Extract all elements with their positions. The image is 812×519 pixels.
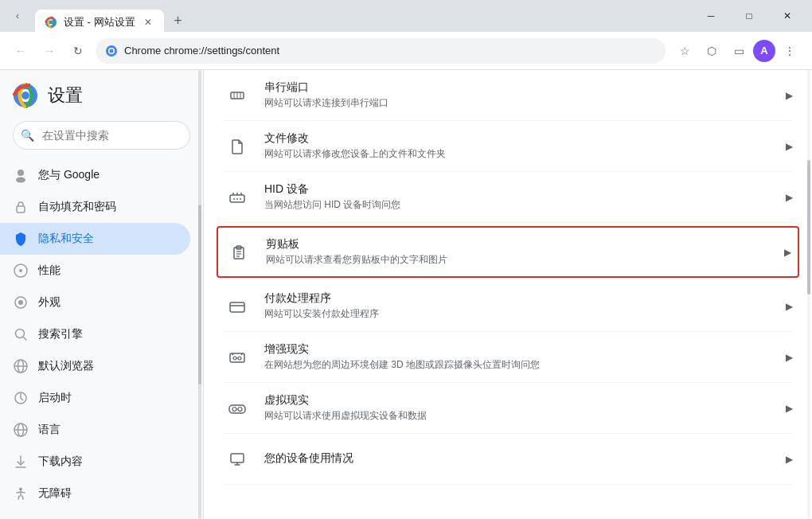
- sidebar-label-search: 搜索引擎: [38, 327, 83, 341]
- item-title-vr: 虚拟现实: [264, 393, 773, 408]
- search-input[interactable]: [13, 121, 190, 150]
- settings-item-serial[interactable]: 串行端口 网站可以请求连接到串行端口 ▶: [223, 70, 793, 121]
- item-arrow-file: ▶: [786, 141, 793, 152]
- sidebar-btn[interactable]: ▭: [726, 38, 751, 64]
- sidebar-icon-google: [13, 167, 29, 183]
- sidebar-icon-privacy: [13, 231, 29, 247]
- sidebar-label-privacy: 隐私和安全: [38, 232, 94, 246]
- svg-point-43: [236, 198, 238, 200]
- omnibox-path-part: chrome://settings/content: [164, 45, 279, 57]
- item-text-device-usage: 您的设备使用情况: [264, 451, 773, 467]
- item-arrow-ar: ▶: [786, 352, 793, 363]
- content-area: 串行端口 网站可以请求连接到串行端口 ▶ 文件修改 网站可以请求修改您设备上的文…: [204, 70, 812, 519]
- titlebar-window-controls: ─ □ ✕: [693, 0, 806, 32]
- item-text-payment: 付款处理程序 网站可以安装付款处理程序: [264, 291, 773, 321]
- svg-point-42: [233, 198, 235, 200]
- titlebar: ‹ 设置 - 网站设置 ✕ + ─ □ ✕: [0, 0, 812, 32]
- search-icon: 🔍: [21, 129, 34, 142]
- refresh-btn[interactable]: ↻: [67, 40, 89, 62]
- item-desc-vr: 网站可以请求使用虚拟现实设备和数据: [264, 409, 773, 423]
- svg-point-15: [18, 300, 23, 305]
- sidebar-label-startup: 启动时: [38, 391, 72, 405]
- sidebar-item-language[interactable]: 语言: [0, 414, 190, 446]
- back-btn[interactable]: ←: [10, 40, 32, 62]
- sidebar-label-language: 语言: [38, 423, 61, 437]
- item-text-serial: 串行端口 网站可以请求连接到串行端口: [264, 80, 773, 110]
- tab-close-btn[interactable]: ✕: [142, 16, 154, 29]
- item-desc-hid: 当网站想访问 HID 设备时询问您: [264, 198, 773, 212]
- item-title-file: 文件修改: [264, 131, 773, 146]
- sidebar-icon-performance: [13, 263, 29, 279]
- svg-point-5: [110, 49, 114, 53]
- sidebar-item-browser[interactable]: 默认浏览器: [0, 350, 190, 382]
- sidebar-label-google: 您与 Google: [38, 168, 100, 182]
- bookmark-btn[interactable]: ☆: [672, 38, 697, 64]
- svg-point-53: [233, 357, 236, 360]
- sidebar: 设置 🔍 您与 Google 自动填充和密码 隐私和安全: [0, 70, 204, 519]
- svg-point-9: [18, 170, 24, 176]
- item-title-hid: HID 设备: [264, 182, 773, 197]
- menu-btn[interactable]: ⋮: [777, 38, 802, 64]
- sidebar-item-startup[interactable]: 启动时: [0, 382, 190, 414]
- item-text-hid: HID 设备 当网站想访问 HID 设备时询问您: [264, 182, 773, 212]
- svg-rect-11: [17, 206, 25, 213]
- sidebar-item-search[interactable]: 搜索引擎: [0, 318, 190, 350]
- settings-item-device-usage[interactable]: 您的设备使用情况 ▶: [223, 434, 793, 485]
- extensions-btn[interactable]: ⬡: [699, 38, 724, 64]
- sidebar-item-downloads[interactable]: 下载内容: [0, 446, 190, 478]
- item-text-file: 文件修改 网站可以请求修改您设备上的文件和文件夹: [264, 131, 773, 161]
- svg-point-29: [19, 488, 22, 491]
- forward-btn[interactable]: →: [38, 40, 61, 62]
- tab-title: 设置 - 网站设置: [64, 15, 135, 29]
- maximize-btn[interactable]: □: [731, 0, 767, 32]
- item-arrow-clipboard: ▶: [784, 247, 791, 258]
- settings-item-hid[interactable]: HID 设备 当网站想访问 HID 设备时询问您 ▶: [223, 172, 793, 223]
- settings-item-ar[interactable]: 增强现实 在网站想为您的周边环境创建 3D 地图或跟踪摄像头位置时询问您 ▶: [223, 332, 793, 383]
- new-tab-btn[interactable]: +: [167, 10, 189, 32]
- sidebar-icon-accessibility: [13, 486, 29, 501]
- sidebar-icon-startup: [13, 390, 29, 406]
- sidebar-item-privacy[interactable]: 隐私和安全: [0, 223, 190, 255]
- settings-title: 设置: [48, 84, 83, 107]
- settings-item-file[interactable]: 文件修改 网站可以请求修改您设备上的文件和文件夹 ▶: [223, 121, 793, 172]
- svg-point-10: [16, 178, 25, 183]
- item-desc-serial: 网站可以请求连接到串行端口: [264, 96, 773, 110]
- tab-favicon: [45, 16, 57, 29]
- settings-item-clipboard[interactable]: 剪贴板 网站可以请求查看您剪贴板中的文字和图片 ▶: [217, 226, 799, 278]
- sidebar-icon-search: [13, 326, 29, 342]
- omnibox-chrome-part: Chrome: [124, 45, 161, 57]
- svg-line-32: [22, 496, 23, 499]
- sidebar-icon-language: [13, 422, 29, 438]
- item-desc-payment: 网站可以安装付款处理程序: [264, 307, 773, 321]
- sidebar-item-google[interactable]: 您与 Google: [0, 159, 190, 191]
- profile-btn[interactable]: A: [753, 40, 775, 62]
- item-icon-file: [223, 132, 252, 161]
- settings-item-vr[interactable]: 虚拟现实 网站可以请求使用虚拟现实设备和数据 ▶: [223, 383, 793, 434]
- content-scrollbar-thumb: [807, 160, 810, 295]
- omnibox[interactable]: Chrome chrome://settings/content: [96, 38, 666, 64]
- svg-rect-62: [231, 454, 244, 462]
- close-btn[interactable]: ✕: [769, 0, 806, 32]
- tab-back-btn[interactable]: ‹: [6, 5, 29, 27]
- settings-item-payment[interactable]: 付款处理程序 网站可以安装付款处理程序 ▶: [223, 281, 793, 332]
- minimize-btn[interactable]: ─: [693, 0, 729, 32]
- svg-point-2: [49, 21, 53, 25]
- item-text-clipboard: 剪贴板 网站可以请求查看您剪贴板中的文字和图片: [266, 237, 771, 267]
- item-desc-file: 网站可以请求修改您设备上的文件和文件夹: [264, 147, 773, 161]
- settings-list: 串行端口 网站可以请求连接到串行端口 ▶ 文件修改 网站可以请求修改您设备上的文…: [223, 70, 793, 485]
- sidebar-icon-browser: [13, 358, 29, 374]
- sidebar-item-appearance[interactable]: 外观: [0, 287, 190, 318]
- active-tab[interactable]: 设置 - 网站设置 ✕: [35, 10, 164, 35]
- content-inner: 串行端口 网站可以请求连接到串行端口 ▶ 文件修改 网站可以请求修改您设备上的文…: [204, 70, 812, 485]
- content-scrollbar: [806, 70, 812, 519]
- titlebar-controls-left: ‹: [6, 5, 29, 27]
- sidebar-icon-downloads: [13, 454, 29, 470]
- sidebar-label-performance: 性能: [38, 263, 61, 278]
- svg-point-13: [19, 269, 22, 272]
- sidebar-item-performance[interactable]: 性能: [0, 255, 190, 287]
- sidebar-item-system[interactable]: 系统: [0, 509, 190, 519]
- svg-point-54: [238, 357, 241, 360]
- sidebar-item-accessibility[interactable]: 无障碍: [0, 478, 190, 509]
- sidebar-item-autofill[interactable]: 自动填充和密码: [0, 191, 190, 223]
- chrome-logo-small: [105, 45, 118, 57]
